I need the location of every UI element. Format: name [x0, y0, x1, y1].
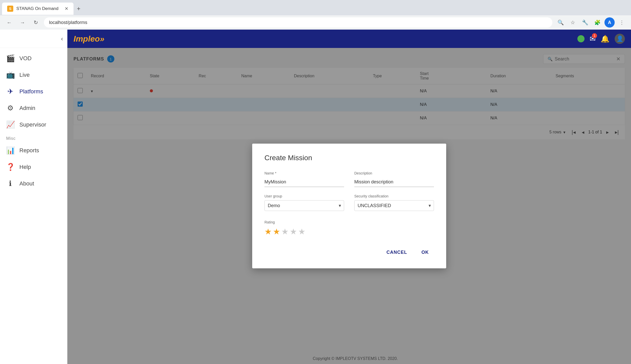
reports-icon: 📊	[6, 146, 14, 155]
modal-title: Create Mission	[264, 154, 434, 162]
ok-button[interactable]: OK	[416, 247, 434, 258]
tab-title: STANAG On Demand	[16, 6, 62, 11]
sidebar-item-label-help: Help	[19, 164, 31, 170]
name-input[interactable]	[264, 177, 344, 187]
modal-form: Name Description User group	[264, 171, 434, 236]
description-field: Description	[354, 171, 434, 187]
sidebar-item-label-supervisor: Supervisor	[19, 121, 46, 128]
sidebar-item-reports[interactable]: 📊 Reports	[0, 142, 67, 159]
tab-close-button[interactable]: ✕	[65, 6, 68, 11]
sidebar: ‹ 🎬 VOD 📺 Live ✈ Platforms ⚙ Admin 📈 Sup…	[0, 30, 67, 364]
star-rating: ★ ★ ★ ★ ★	[264, 227, 434, 236]
sidebar-item-live[interactable]: 📺 Live	[0, 67, 67, 83]
form-row-1: Name Description	[264, 171, 434, 187]
description-label: Description	[354, 171, 434, 175]
mail-badge: 1	[592, 33, 597, 38]
security-select-wrapper: UNCLASSIFIED CONFIDENTIAL SECRET TOP SEC…	[354, 200, 434, 211]
logo-symbol: »	[100, 34, 104, 43]
search-action-button[interactable]: 🔍	[555, 17, 566, 28]
header-actions: ✉ 1 🔔 👤	[577, 34, 625, 44]
modal-overlay: Create Mission Name Description	[67, 48, 631, 364]
app-header: Impleo» ✉ 1 🔔 👤	[67, 30, 631, 48]
browser-actions: 🔍 ☆ 🔧 🧩 A ⋮	[555, 17, 627, 28]
active-tab: S STANAG On Demand ✕	[2, 3, 74, 15]
sidebar-item-label-reports: Reports	[19, 147, 39, 154]
sidebar-item-supervisor[interactable]: 📈 Supervisor	[0, 116, 67, 133]
security-field: Security classification UNCLASSIFIED CON…	[354, 194, 434, 211]
user-avatar-button[interactable]: 👤	[615, 34, 625, 44]
help-icon: ❓	[6, 163, 14, 171]
profile-button[interactable]: A	[604, 17, 615, 28]
user-group-field: User group Demo Admin Guest ▾	[264, 194, 344, 211]
name-label: Name	[264, 171, 344, 175]
star-5[interactable]: ★	[298, 227, 306, 236]
main-content: Impleo» ✉ 1 🔔 👤 PLATFORMS 1	[67, 30, 631, 364]
supervisor-icon: 📈	[6, 120, 14, 129]
extension2-button[interactable]: 🧩	[592, 17, 602, 28]
security-select[interactable]: UNCLASSIFIED CONFIDENTIAL SECRET TOP SEC…	[354, 200, 434, 211]
star-1[interactable]: ★	[264, 227, 272, 236]
sidebar-nav: 🎬 VOD 📺 Live ✈ Platforms ⚙ Admin 📈 Super…	[0, 48, 67, 364]
rating-label: Rating	[264, 220, 434, 224]
sidebar-item-label-platforms: Platforms	[19, 88, 43, 95]
sidebar-item-label-about: About	[19, 180, 34, 187]
app-logo: Impleo»	[74, 34, 104, 44]
user-group-label: User group	[264, 194, 344, 198]
browser-chrome: S STANAG On Demand ✕ + ← → ↻ 🔍 ☆ 🔧 🧩 A ⋮	[0, 0, 631, 30]
sidebar-item-vod[interactable]: 🎬 VOD	[0, 50, 67, 67]
user-group-select[interactable]: Demo Admin Guest	[264, 200, 344, 211]
about-icon: ℹ	[6, 179, 14, 188]
security-label: Security classification	[354, 194, 434, 198]
address-bar: ← → ↻ 🔍 ☆ 🔧 🧩 A ⋮	[0, 15, 631, 30]
reload-button[interactable]: ↻	[31, 17, 41, 28]
sidebar-item-help[interactable]: ❓ Help	[0, 159, 67, 175]
status-indicator	[577, 35, 585, 42]
notifications-button[interactable]: 🔔	[601, 35, 610, 43]
forward-button[interactable]: →	[17, 17, 28, 28]
tab-favicon: S	[7, 6, 13, 12]
back-button[interactable]: ←	[4, 17, 14, 28]
live-icon: 📺	[6, 71, 14, 79]
cancel-button[interactable]: CANCEL	[381, 247, 412, 258]
vod-icon: 🎬	[6, 54, 14, 62]
new-tab-button[interactable]: +	[74, 4, 84, 14]
sidebar-item-label-vod: VOD	[19, 55, 32, 62]
sidebar-header: ‹	[0, 30, 67, 48]
sidebar-item-admin[interactable]: ⚙ Admin	[0, 100, 67, 116]
form-row-2: User group Demo Admin Guest ▾	[264, 194, 434, 211]
bookmark-button[interactable]: ☆	[568, 17, 578, 28]
modal-actions: CANCEL OK	[264, 247, 434, 258]
misc-section-label: Misc	[0, 133, 67, 142]
star-2[interactable]: ★	[273, 227, 280, 236]
rating-section: Rating ★ ★ ★ ★ ★	[264, 220, 434, 236]
menu-button[interactable]: ⋮	[617, 17, 627, 28]
sidebar-item-about[interactable]: ℹ About	[0, 175, 67, 192]
sidebar-item-label-admin: Admin	[19, 105, 35, 111]
address-input[interactable]	[44, 17, 552, 28]
sidebar-item-label-live: Live	[19, 72, 30, 78]
content-area: PLATFORMS 1 🔍 ✕ Record S	[67, 48, 631, 364]
star-4[interactable]: ★	[290, 227, 297, 236]
app-container: ‹ 🎬 VOD 📺 Live ✈ Platforms ⚙ Admin 📈 Sup…	[0, 30, 631, 364]
star-3[interactable]: ★	[281, 227, 289, 236]
description-input[interactable]	[354, 177, 434, 187]
name-field: Name	[264, 171, 344, 187]
platforms-icon: ✈	[6, 87, 14, 96]
sidebar-toggle-button[interactable]: ‹	[61, 35, 63, 42]
mail-button[interactable]: ✉ 1	[590, 35, 596, 43]
admin-icon: ⚙	[6, 104, 14, 112]
user-group-select-wrapper: Demo Admin Guest ▾	[264, 200, 344, 211]
tab-bar: S STANAG On Demand ✕ +	[0, 0, 631, 15]
sidebar-item-platforms[interactable]: ✈ Platforms	[0, 83, 67, 100]
create-mission-dialog: Create Mission Name Description	[252, 144, 446, 268]
extension-button[interactable]: 🔧	[580, 17, 590, 28]
